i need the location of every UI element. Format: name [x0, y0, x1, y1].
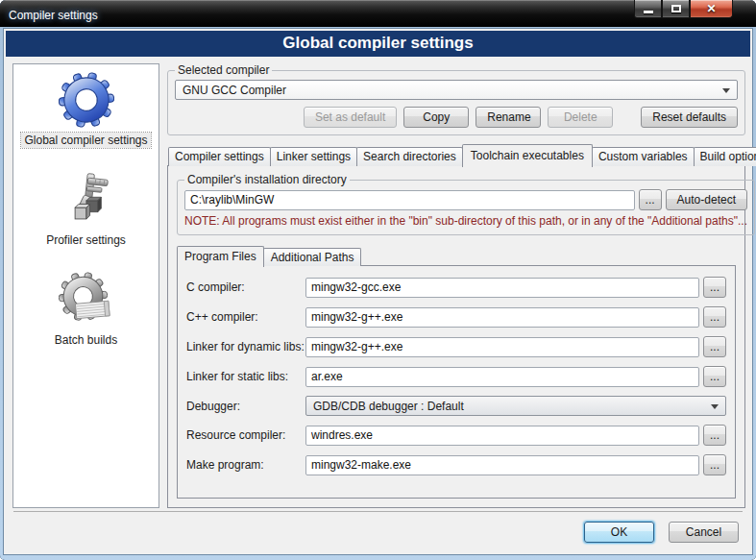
- static-linker-input[interactable]: [305, 367, 699, 387]
- field-label: Linker for dynamic libs:: [186, 340, 305, 353]
- field-row-static-linker: Linker for static libs: ...: [186, 366, 726, 387]
- window-controls: ✕: [634, 0, 733, 18]
- auto-detect-button[interactable]: Auto-detect: [666, 189, 747, 210]
- field-label: C++ compiler:: [186, 310, 305, 324]
- tab-compiler-settings[interactable]: Compiler settings: [168, 147, 271, 166]
- field-row-make-program: Make program: ...: [186, 454, 726, 475]
- cancel-button[interactable]: Cancel: [669, 522, 739, 543]
- sidebar-item-label: Global compiler settings: [21, 133, 150, 148]
- tab-custom-variables[interactable]: Custom variables: [592, 147, 695, 166]
- dialog-header: Global compiler settings: [6, 31, 750, 57]
- chevron-down-icon: [711, 404, 719, 409]
- field-label: Make program:: [186, 458, 305, 472]
- sidebar-item-global-compiler-settings[interactable]: Global compiler settings: [21, 72, 150, 148]
- browse-dynamic-linker-button[interactable]: ...: [703, 336, 726, 357]
- field-row-cpp-compiler: C++ compiler: ...: [186, 306, 726, 328]
- tab-linker-settings[interactable]: Linker settings: [270, 147, 357, 166]
- installation-directory-input[interactable]: [184, 190, 635, 210]
- browse-c-compiler-button[interactable]: ...: [703, 277, 726, 298]
- field-row-dynamic-linker: Linker for dynamic libs: ...: [186, 336, 726, 357]
- field-label: C compiler:: [186, 280, 305, 294]
- subtab-additional-paths[interactable]: Additional Paths: [263, 248, 362, 266]
- make-program-input[interactable]: [305, 455, 699, 475]
- toolchain-executables-page: Compiler's installation directory ... Au…: [167, 165, 745, 508]
- maximize-icon: [671, 5, 681, 12]
- close-icon: ✕: [706, 2, 716, 15]
- caliper-icon: [58, 172, 113, 228]
- blue-gear-icon: [59, 72, 114, 128]
- resource-compiler-input[interactable]: [305, 426, 699, 446]
- rename-button[interactable]: Rename: [476, 107, 541, 128]
- button-row-spacer: [175, 107, 297, 128]
- minimize-button[interactable]: [634, 0, 662, 18]
- browse-directory-button[interactable]: ...: [639, 189, 662, 210]
- program-subtab-bar: Program Files Additional Paths: [177, 245, 736, 266]
- subtab-program-files[interactable]: Program Files: [177, 246, 264, 267]
- sidebar-item-profiler-settings[interactable]: Profiler settings: [43, 172, 129, 248]
- reset-defaults-button[interactable]: Reset defaults: [641, 107, 738, 128]
- field-label: Linker for static libs:: [186, 370, 305, 383]
- close-button[interactable]: ✕: [690, 0, 733, 18]
- program-files-panel: C compiler: ... C++ compiler: ... Linker: [177, 265, 736, 499]
- window-titlebar[interactable]: Compiler settings ✕: [0, 0, 756, 27]
- window-title: Compiler settings: [0, 5, 98, 22]
- tab-toolchain-executables[interactable]: Toolchain executables: [462, 144, 593, 167]
- settings-sidebar: Global compiler settings: [12, 63, 159, 508]
- tab-build-options[interactable]: Build options: [694, 147, 756, 166]
- window-frame: Global compiler settings: [0, 27, 756, 560]
- sidebar-item-batch-builds[interactable]: Batch builds: [52, 272, 120, 348]
- copy-button[interactable]: Copy: [403, 107, 469, 128]
- delete-button[interactable]: Delete: [548, 107, 613, 128]
- ok-button[interactable]: OK: [584, 522, 654, 543]
- debugger-select-value: GDB/CDB debugger : Default: [313, 400, 464, 413]
- note-text: NOTE: All programs must exist either in …: [184, 214, 747, 228]
- cpp-compiler-input[interactable]: [305, 307, 699, 328]
- debugger-select[interactable]: GDB/CDB debugger : Default: [305, 396, 726, 416]
- maximize-button[interactable]: [662, 0, 690, 18]
- browse-cpp-compiler-button[interactable]: ...: [703, 306, 726, 328]
- selected-compiler-group: Selected compiler GNU GCC Compiler Set a…: [167, 63, 745, 135]
- browse-static-linker-button[interactable]: ...: [703, 366, 726, 387]
- tab-search-directories[interactable]: Search directories: [356, 147, 463, 166]
- settings-tab-bar: Compiler settings Linker settings Search…: [167, 143, 745, 166]
- browse-resource-compiler-button[interactable]: ...: [703, 425, 726, 446]
- field-row-debugger: Debugger: GDB/CDB debugger : Default: [186, 396, 726, 416]
- compiler-settings-window: Compiler settings ✕ Global compiler sett…: [0, 0, 756, 560]
- field-label: Resource compiler:: [186, 428, 305, 442]
- dialog-footer: OK Cancel: [4, 512, 752, 554]
- c-compiler-input[interactable]: [305, 278, 699, 298]
- sidebar-item-label: Batch builds: [52, 332, 120, 348]
- sidebar-item-label: Profiler settings: [43, 232, 129, 248]
- set-as-default-button[interactable]: Set as default: [304, 107, 397, 128]
- dynamic-linker-input[interactable]: [305, 337, 699, 357]
- compiler-select[interactable]: GNU GCC Compiler: [175, 80, 738, 100]
- minimize-icon: [644, 11, 653, 13]
- chevron-down-icon: [722, 88, 730, 93]
- field-row-c-compiler: C compiler: ...: [186, 277, 726, 298]
- dialog-client-area: Global compiler settings: [3, 28, 753, 555]
- installation-directory-group: Compiler's installation directory ... Au…: [177, 173, 755, 235]
- selected-compiler-group-title: Selected compiler: [175, 63, 272, 77]
- gray-gear-stack-icon: [59, 272, 114, 328]
- installation-directory-title: Compiler's installation directory: [184, 173, 350, 186]
- field-label: Debugger:: [186, 400, 305, 413]
- compiler-select-value: GNU GCC Compiler: [183, 84, 286, 97]
- browse-make-program-button[interactable]: ...: [703, 454, 726, 475]
- field-row-resource-compiler: Resource compiler: ...: [186, 425, 726, 446]
